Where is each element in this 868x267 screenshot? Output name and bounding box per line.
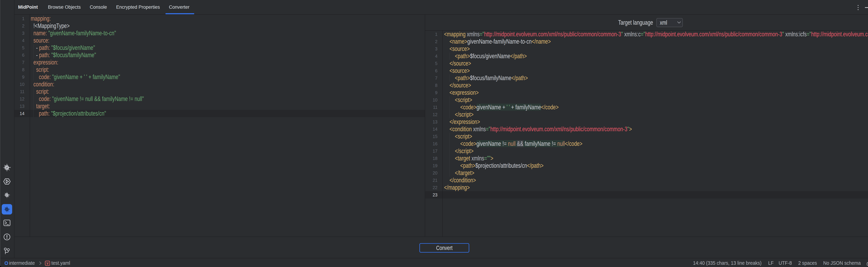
svg-text:Y: Y: [46, 262, 49, 265]
